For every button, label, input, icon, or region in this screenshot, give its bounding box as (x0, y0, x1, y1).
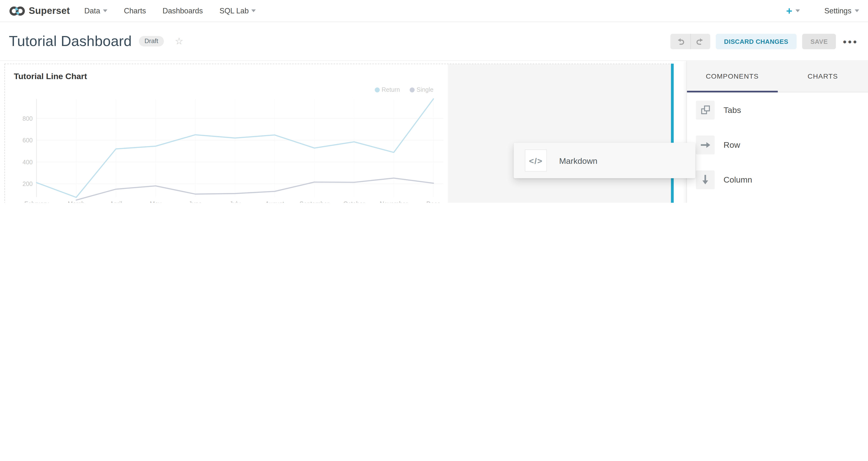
plus-icon: + (786, 6, 792, 16)
sidebar-item-header[interactable]: HHeader (687, 197, 868, 203)
more-options-icon[interactable]: ●●● (841, 37, 859, 45)
infinity-logo-icon (9, 5, 25, 17)
legend-dot-icon (410, 87, 415, 92)
row-icon (700, 141, 711, 149)
favorite-star-icon[interactable]: ☆ (175, 36, 184, 46)
svg-text:July: July (229, 200, 241, 203)
nav-item-sql-lab[interactable]: SQL Lab (219, 7, 256, 15)
svg-text:May: May (150, 200, 162, 203)
header-actions: DISCARD CHANGES SAVE ●●● (671, 34, 859, 49)
undo-redo-group (671, 34, 710, 49)
row-empty-area (448, 64, 672, 203)
svg-text:200: 200 (22, 180, 33, 187)
dashboard-row-1[interactable]: Tutorial Line Chart ReturnSingle 2004006… (4, 64, 673, 203)
superset-dashboard-edit-page: Superset Data Charts Dashboards SQL Lab … (0, 0, 868, 203)
legend-dot-icon (375, 87, 380, 92)
svg-text:800: 800 (22, 115, 33, 122)
nav-item-data[interactable]: Data (85, 7, 107, 15)
svg-text:April: April (110, 200, 122, 203)
component-icon-tile (696, 170, 715, 189)
brand-name: Superset (29, 5, 70, 16)
component-label: Column (723, 175, 752, 184)
settings-menu[interactable]: Settings (825, 7, 859, 15)
column-icon (701, 174, 709, 185)
drag-ghost-markdown[interactable]: </> Markdown (514, 143, 695, 178)
svg-text:400: 400 (22, 159, 33, 165)
svg-text:August: August (265, 200, 284, 203)
component-label: Row (723, 140, 740, 149)
component-label: Tabs (723, 105, 741, 115)
tabs-icon (701, 105, 710, 115)
svg-text:October: October (343, 200, 365, 203)
redo-icon (696, 37, 705, 45)
component-icon-tile (696, 135, 715, 154)
dashboard-canvas: Tutorial Line Chart ReturnSingle 2004006… (0, 61, 686, 203)
chevron-down-icon (103, 9, 107, 12)
svg-text:Dece: Dece (426, 200, 440, 203)
redo-button[interactable] (690, 34, 710, 49)
tab-components[interactable]: COMPONENTS (687, 61, 777, 92)
save-button[interactable]: SAVE (802, 34, 836, 49)
nav-item-dashboards[interactable]: Dashboards (162, 7, 203, 15)
chevron-down-icon (796, 9, 800, 12)
sidebar-item-row[interactable]: Row (687, 127, 868, 162)
sidebar-tabs: COMPONENTS CHARTS (687, 61, 868, 92)
nav-item-charts[interactable]: Charts (124, 7, 146, 15)
chart-title: Tutorial Line Chart (14, 71, 87, 81)
line-chart-card[interactable]: Tutorial Line Chart ReturnSingle 2004006… (5, 64, 448, 203)
chevron-down-icon (855, 9, 859, 12)
undo-icon (676, 37, 684, 45)
undo-button[interactable] (671, 34, 690, 49)
svg-text:June: June (189, 200, 202, 203)
top-navbar: Superset Data Charts Dashboards SQL Lab … (0, 0, 868, 22)
sidebar-item-column[interactable]: Column (687, 162, 868, 197)
svg-text:March: March (68, 200, 85, 203)
discard-changes-button[interactable]: DISCARD CHANGES (716, 34, 797, 49)
chevron-down-icon (251, 9, 256, 12)
superset-logo[interactable]: Superset (9, 5, 70, 17)
svg-text:September: September (300, 200, 329, 203)
svg-text:600: 600 (22, 137, 33, 144)
status-badge: Draft (139, 36, 164, 47)
drag-ghost-label: Markdown (559, 156, 597, 165)
drop-indicator-line (671, 64, 674, 203)
sidebar-item-tabs[interactable]: Tabs (687, 92, 868, 127)
tab-charts[interactable]: CHARTS (777, 61, 868, 92)
page-title[interactable]: Tutorial Dashboard (9, 33, 132, 50)
component-list: TabsRowColumnHHeader</>MarkdownDivider (687, 92, 868, 203)
builder-sidebar: COMPONENTS CHARTS TabsRowColumnHHeader</… (686, 61, 868, 203)
line-chart-canvas: 200400600800FebruaryMarchAprilMayJuneJul… (5, 92, 446, 203)
dashboard-header: Tutorial Dashboard Draft ☆ DISCARD (0, 22, 868, 61)
markdown-icon: </> (525, 149, 547, 172)
svg-text:February: February (24, 200, 49, 203)
nav-menu: Data Charts Dashboards SQL Lab (85, 7, 256, 15)
component-icon-tile (696, 100, 715, 119)
nav-right: + Settings (786, 6, 859, 16)
svg-text:November: November (380, 200, 408, 203)
new-item-menu[interactable]: + (786, 6, 800, 16)
